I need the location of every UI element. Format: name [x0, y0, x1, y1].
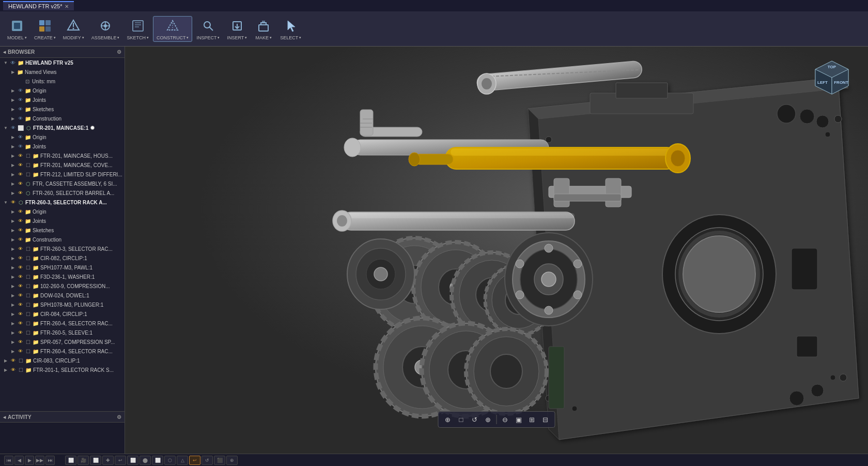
tree-item-construction2[interactable]: ▶ 👁 📁 Construction	[0, 235, 125, 244]
tree-item-origin[interactable]: ▶ 👁 📁 Origin	[0, 86, 125, 95]
expand-named-views[interactable]: ▶	[9, 68, 17, 76]
expand-ftr-cassette[interactable]: ▶	[9, 180, 17, 187]
tree-item-sph1077[interactable]: ▶ 👁 ☐ 📁 SPH1077-M3, PAWL:1	[0, 263, 125, 272]
toolbar-model[interactable]: MODEL▾	[4, 17, 30, 41]
toolbar-insert[interactable]: INSERT▾	[224, 17, 250, 41]
expand-cir083[interactable]: ▶	[2, 357, 9, 364]
expand-ftr260-5[interactable]: ▶	[9, 329, 17, 336]
tree-item-joints3[interactable]: ▶ 👁 📁 Joints	[0, 216, 125, 226]
expand-construction2[interactable]: ▶	[9, 236, 17, 243]
tree-item-construction-top[interactable]: ▶ 👁 📁 Construction	[0, 114, 125, 123]
action-btn-7[interactable]: ⬤	[140, 456, 151, 465]
expand-ftr201-1[interactable]: ▶	[2, 366, 9, 373]
toolbar-make[interactable]: MAKE▾	[251, 17, 276, 41]
toolbar-display-mode-button[interactable]: ▣	[513, 413, 525, 426]
expand-ftr260-4b[interactable]: ▶	[9, 348, 17, 355]
toolbar-create[interactable]: CREATE▾	[31, 17, 59, 41]
tree-item-named-views[interactable]: ▶ 📁 Named Views	[0, 67, 125, 77]
tree-item-units[interactable]: ▶ ⊡ Units: mm	[0, 77, 125, 86]
expand-ftr260-3[interactable]: ▼	[2, 199, 9, 206]
toolbar-visual-style-button[interactable]: ⊞	[526, 413, 538, 426]
action-btn-14[interactable]: ⊕	[226, 456, 238, 465]
expand-joints3[interactable]: ▶	[9, 217, 17, 224]
expand-ftr212[interactable]: ▶	[9, 171, 17, 178]
viewcube[interactable]: TOP LEFT FRONT	[811, 57, 853, 98]
expand-ftr260-sel-a[interactable]: ▶	[9, 189, 17, 197]
tree-item-ftr260-sel-a[interactable]: ▶ 👁 ⬡ FTR-260, SELECTOR BARREL A...	[0, 188, 125, 198]
toolbar-zoom-in-button[interactable]: ⊕	[482, 413, 494, 426]
toolbar-inspect[interactable]: INSPECT▾	[193, 17, 223, 41]
tree-item-ftr201-1[interactable]: ▶ 👁 ☐ 📁 FTR-201-1, SELECTOR RACK S...	[0, 365, 125, 374]
tree-item-root[interactable]: ▼ 👁 📁 HEWLAND FTR v25	[0, 58, 125, 67]
expand-root[interactable]: ▼	[2, 59, 9, 66]
toolbar-select[interactable]: SELECT▾	[277, 17, 304, 41]
tree-item-cir082[interactable]: ▶ 👁 ☐ 📁 CIR-082, CIRCLIP:1	[0, 253, 125, 263]
tree-item-ftr201-cove[interactable]: ▶ 👁 ☐ 📁 FTR-201, MAINCASE, COVE...	[0, 160, 125, 170]
close-tab-button[interactable]: ✕	[65, 4, 69, 9]
expand-sph1078[interactable]: ▶	[9, 301, 17, 308]
activity-settings-icon[interactable]: ⚙	[117, 414, 121, 420]
expand-102-260[interactable]: ▶	[9, 282, 17, 290]
nav-back-button[interactable]: ◀	[14, 456, 24, 465]
action-btn-12[interactable]: ↺	[202, 456, 213, 465]
tree-item-f3d236[interactable]: ▶ 👁 ☐ 📁 F3D-236-1, WASHER:1	[0, 272, 125, 281]
3d-viewport[interactable]: TOP LEFT FRONT ⊕ □ ↺ ⊕ ⊖ ▣ ⊞ ⊟	[125, 47, 868, 454]
toolbar-modify[interactable]: MODIFY▾	[60, 17, 87, 41]
expand-cir082[interactable]: ▶	[9, 254, 17, 262]
toolbar-orbit-button[interactable]: ⊕	[442, 413, 454, 426]
expand-f3d236[interactable]: ▶	[9, 273, 17, 280]
action-btn-2[interactable]: 🎥	[78, 456, 89, 465]
toolbar-zoom-out-button[interactable]: ⊖	[499, 413, 512, 426]
expand-sketches2[interactable]: ▶	[9, 227, 17, 234]
expand-ftr201-cove[interactable]: ▶	[9, 161, 17, 169]
tree-item-cir084[interactable]: ▶ 👁 ☐ 📁 CIR-084, CIRCLIP:1	[0, 309, 125, 319]
toolbar-assemble[interactable]: ASSEMBLE▾	[88, 17, 123, 41]
expand-ftr201-hous[interactable]: ▶	[9, 152, 17, 159]
expand-cir084[interactable]: ▶	[9, 310, 17, 318]
tree-item-ftr260-3[interactable]: ▼ 👁 ⬡ FTR-260-3, SELECTOR RACK A...	[0, 198, 125, 207]
expand-origin[interactable]: ▶	[9, 87, 17, 94]
toolbar-pan-button[interactable]: □	[455, 413, 468, 426]
tree-item-joints[interactable]: ▶ 👁 📁 Joints	[0, 95, 125, 104]
action-btn-4[interactable]: ✚	[102, 456, 114, 465]
expand-spr057[interactable]: ▶	[9, 338, 17, 345]
browser-settings-icon[interactable]: ⚙	[117, 49, 121, 55]
expand-construction-top[interactable]: ▶	[9, 115, 17, 122]
tree-item-ftr-cassette[interactable]: ▶ 👁 ⬡ FTR, CASSETTE ASSEMBLY, 6 SI...	[0, 179, 125, 188]
toolbar-construct[interactable]: CONSTRUCT▾	[153, 16, 193, 42]
nav-next-button[interactable]: ⏭	[45, 456, 55, 465]
nav-forward-button[interactable]: ▶▶	[35, 456, 44, 465]
activity-collapse-icon[interactable]: ◂	[3, 414, 6, 420]
action-btn-10[interactable]: △	[177, 456, 188, 465]
tree-item-102-260[interactable]: ▶ 👁 ☐ 📁 102-260-9, COMPRESSION...	[0, 281, 125, 291]
action-btn-11[interactable]: ↩	[189, 456, 200, 465]
tree-item-ftr212[interactable]: ▶ 👁 ☐ 📁 FTR-212, LIMITED SLIP DIFFERI...	[0, 170, 125, 179]
expand-sph1077[interactable]: ▶	[9, 264, 17, 271]
tree-item-ftr260-4b[interactable]: ▶ 👁 ☐ 📁 FTR-260-4, SELECTOR RAC...	[0, 347, 125, 356]
toolbar-sketch[interactable]: SKETCH▾	[123, 17, 152, 41]
action-btn-1[interactable]: ⬜	[65, 456, 76, 465]
toolbar-fit-button[interactable]: ↺	[469, 413, 481, 426]
expand-ftr260-4[interactable]: ▶	[9, 320, 17, 327]
tree-item-ftr260-3-sel[interactable]: ▶ 👁 ☐ 📁 FTR-260-3, SELECTOR RAC...	[0, 244, 125, 253]
tree-item-ftr260-4[interactable]: ▶ 👁 ☐ 📁 FTR-260-4, SELECTOR RAC...	[0, 319, 125, 328]
expand-joints[interactable]: ▶	[9, 96, 17, 103]
tree-item-origin3[interactable]: ▶ 👁 📁 Origin	[0, 207, 125, 216]
action-btn-13[interactable]: ⬛	[214, 456, 225, 465]
expand-joints2[interactable]: ▶	[9, 143, 17, 150]
action-btn-6[interactable]: ⬜	[127, 456, 138, 465]
tree-item-spr057[interactable]: ▶ 👁 ☐ 📁 SPR-057, COMPRESSION SP...	[0, 337, 125, 347]
expand-origin2[interactable]: ▶	[9, 133, 17, 141]
tree-item-ftr260-5[interactable]: ▶ 👁 ☐ 📁 FTR-260-5, SLEEVE:1	[0, 328, 125, 337]
action-btn-9[interactable]: ⬡	[164, 456, 176, 465]
expand-dow024[interactable]: ▶	[9, 292, 17, 299]
expand-origin3[interactable]: ▶	[9, 208, 17, 215]
tree-item-origin2[interactable]: ▶ 👁 📁 Origin	[0, 132, 125, 142]
tree-item-joints2[interactable]: ▶ 👁 📁 Joints	[0, 142, 125, 151]
expand-ftr201[interactable]: ▼	[2, 124, 9, 131]
tree-item-sph1078[interactable]: ▶ 👁 ☐ 📁 SPH1078-M3, PLUNGER:1	[0, 300, 125, 309]
tree-item-cir083[interactable]: ▶ 👁 ☐ 📁 CIR-083, CIRCLIP:1	[0, 356, 125, 365]
action-btn-8[interactable]: ⬜	[152, 456, 163, 465]
toolbar-grid-button[interactable]: ⊟	[539, 413, 552, 426]
expand-sketches[interactable]: ▶	[9, 106, 17, 113]
